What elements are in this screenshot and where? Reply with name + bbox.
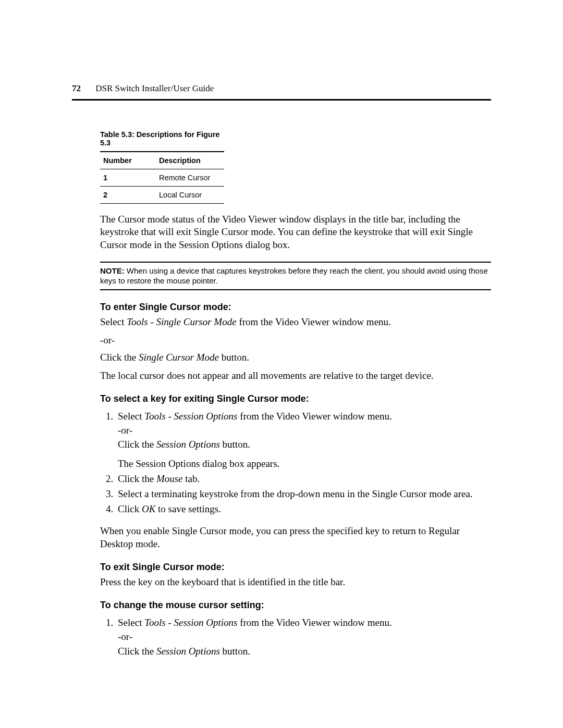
cell-desc: Remote Cursor (156, 169, 224, 187)
button-name: Session Options (156, 646, 220, 657)
para-cursor-mode: The Cursor mode status of the Video View… (100, 213, 491, 251)
step-1c: The Session Options dialog box appears. (118, 457, 491, 470)
table-caption: Table 5.3: Descriptions for Figure 5.3 (100, 130, 224, 147)
menu-path: Tools - Session Options (144, 617, 237, 628)
select-steps: Select Tools - Session Options from the … (100, 410, 491, 516)
step-1b: Click the Session Options button. (118, 438, 491, 451)
heading-exit-single-cursor: To exit Single Cursor mode: (100, 562, 491, 573)
page-number: 72 (72, 83, 81, 93)
step-4: Click OK to save settings. (116, 502, 491, 515)
or-separator: -or- (118, 424, 491, 437)
enter-line-2: Click the Single Cursor Mode button. (100, 351, 491, 364)
or-separator: -or- (100, 335, 491, 346)
cell-number: 1 (100, 169, 156, 187)
change-steps: Select Tools - Session Options from the … (100, 616, 491, 657)
heading-change-mouse-cursor: To change the mouse cursor setting: (100, 600, 491, 611)
tab-name: Mouse (156, 473, 183, 484)
button-name: OK (142, 503, 155, 514)
note-label: NOTE: (100, 266, 125, 275)
step-3: Select a terminating keystroke from the … (116, 487, 491, 500)
menu-path: Tools - Single Cursor Mode (127, 316, 236, 327)
heading-enter-single-cursor: To enter Single Cursor mode: (100, 302, 491, 313)
running-head: 72 DSR Switch Installer/User Guide (72, 83, 491, 94)
cell-number: 2 (100, 187, 156, 204)
button-name: Single Cursor Mode (139, 352, 219, 363)
table-header-row: Number Description (100, 152, 224, 169)
page-header-area: 72 DSR Switch Installer/User Guide (72, 83, 491, 101)
heading-select-key: To select a key for exiting Single Curso… (100, 393, 491, 404)
enter-line-1: Select Tools - Single Cursor Mode from t… (100, 316, 491, 328)
step-1b: Click the Session Options button. (118, 645, 491, 658)
cell-desc: Local Cursor (156, 187, 224, 204)
enter-line-3: The local cursor does not appear and all… (100, 369, 491, 382)
table-row: 2 Local Cursor (100, 187, 224, 204)
table-row: 1 Remote Cursor (100, 169, 224, 187)
table-5-3: Table 5.3: Descriptions for Figure 5.3 N… (100, 130, 224, 204)
col-number: Number (100, 152, 156, 169)
note-box: NOTE: When using a device that captures … (100, 262, 491, 290)
col-description: Description (156, 152, 224, 169)
menu-path: Tools - Session Options (144, 411, 237, 422)
step-1: Select Tools - Session Options from the … (116, 410, 491, 470)
button-name: Session Options (156, 439, 220, 450)
descriptions-table: Number Description 1 Remote Cursor 2 Loc… (100, 151, 224, 204)
page-content: Table 5.3: Descriptions for Figure 5.3 N… (100, 130, 491, 660)
para-after-select: When you enable Single Cursor mode, you … (100, 525, 491, 550)
header-rule (72, 99, 491, 101)
step-1: Select Tools - Session Options from the … (116, 616, 491, 657)
step-2: Click the Mouse tab. (116, 472, 491, 485)
or-separator: -or- (118, 630, 491, 643)
exit-line: Press the key on the keyboard that is id… (100, 576, 491, 588)
note-text: When using a device that captures keystr… (100, 266, 488, 286)
doc-title: DSR Switch Installer/User Guide (95, 83, 214, 93)
